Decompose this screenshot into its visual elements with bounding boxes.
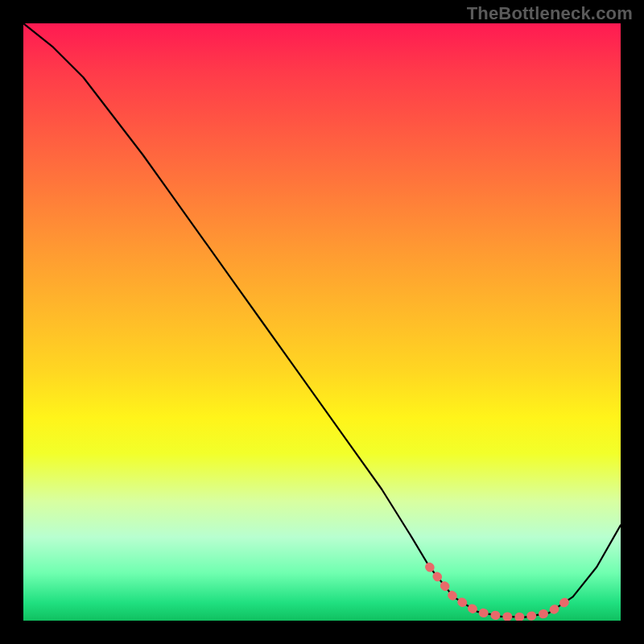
chart-frame: TheBottleneck.com	[0, 0, 644, 644]
curve-svg	[23, 23, 621, 621]
highlight-segment-path	[430, 567, 573, 617]
bottleneck-curve-path	[23, 23, 621, 617]
plot-area	[23, 23, 621, 621]
watermark-text: TheBottleneck.com	[467, 3, 633, 24]
